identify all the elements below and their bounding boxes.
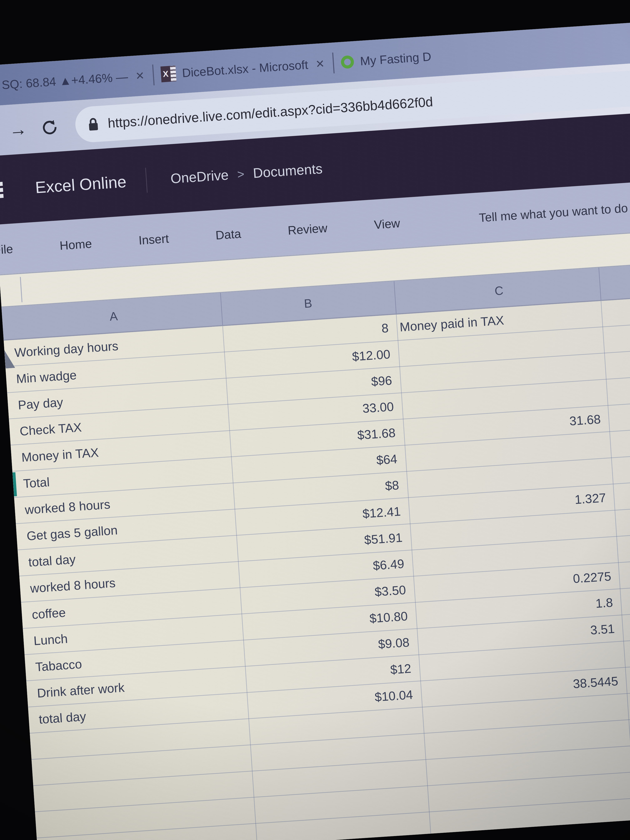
tab-file[interactable]: File bbox=[0, 242, 13, 257]
tab-title: My Fasting D bbox=[360, 49, 431, 68]
breadcrumb-root[interactable]: OneDrive bbox=[170, 167, 229, 186]
forward-icon[interactable]: → bbox=[8, 118, 27, 140]
chevron-right-icon: > bbox=[237, 167, 245, 181]
app-title: Excel Online bbox=[35, 172, 127, 197]
url-text: https://onedrive.live.com/edit.aspx?cid=… bbox=[107, 94, 433, 131]
excel-favicon: X bbox=[160, 65, 177, 82]
tab-home[interactable]: Home bbox=[59, 237, 92, 253]
column-header-c[interactable]: C bbox=[494, 283, 504, 298]
app-launcher-icon[interactable] bbox=[0, 182, 3, 199]
close-icon[interactable]: ✕ bbox=[134, 69, 146, 82]
column-separator bbox=[598, 268, 601, 300]
tab-data[interactable]: Data bbox=[215, 226, 242, 242]
tell-me-box[interactable]: Tell me what you want to do bbox=[478, 201, 628, 224]
tab-review[interactable]: Review bbox=[287, 221, 328, 237]
reload-icon[interactable] bbox=[41, 118, 58, 136]
close-icon[interactable]: ✕ bbox=[314, 57, 326, 70]
lock-icon bbox=[87, 117, 99, 131]
breadcrumb-current[interactable]: Documents bbox=[253, 161, 323, 181]
column-separator bbox=[394, 281, 396, 314]
browser-window: SQ: 68.84 ▲+4.46% — ✕ X DiceBot.xlsx - M… bbox=[0, 20, 630, 840]
name-box-divider bbox=[20, 277, 22, 302]
column-separator bbox=[220, 293, 223, 325]
tab-view[interactable]: View bbox=[374, 216, 400, 232]
green-ring-favicon bbox=[341, 55, 354, 69]
tab-title: DiceBot.xlsx - Microsoft bbox=[182, 57, 308, 80]
tab-insert[interactable]: Insert bbox=[138, 231, 169, 247]
tab-my-fasting[interactable]: My Fasting D bbox=[333, 36, 440, 83]
spreadsheet-grid: Working day hours 8 Money paid in TAX Mi… bbox=[4, 295, 630, 840]
column-header-b[interactable]: B bbox=[303, 296, 313, 310]
breadcrumb: OneDrive > Documents bbox=[170, 161, 323, 186]
column-header-a[interactable]: A bbox=[109, 309, 118, 323]
tab-title: SQ: 68.84 ▲+4.46% — bbox=[1, 69, 128, 92]
header-divider bbox=[145, 168, 147, 193]
